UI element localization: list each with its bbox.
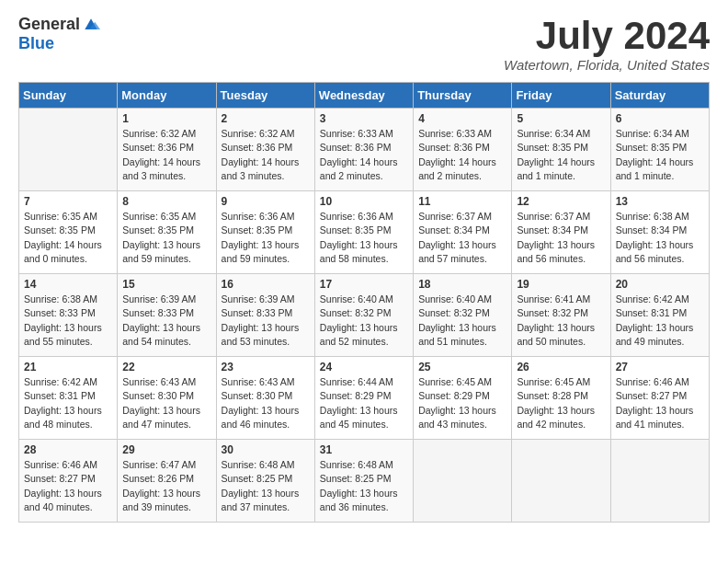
- calendar-cell: 11Sunrise: 6:37 AM Sunset: 8:34 PM Dayli…: [414, 191, 512, 274]
- day-number: 12: [517, 195, 605, 208]
- calendar-header-row: SundayMondayTuesdayWednesdayThursdayFrid…: [19, 83, 710, 109]
- calendar-week-row: 21Sunrise: 6:42 AM Sunset: 8:31 PM Dayli…: [19, 357, 710, 440]
- location-text: Watertown, Florida, United States: [504, 57, 710, 73]
- day-number: 23: [222, 361, 310, 373]
- day-number: 22: [122, 361, 210, 373]
- day-info: Sunrise: 6:48 AM Sunset: 8:25 PM Dayligh…: [222, 458, 310, 514]
- calendar-header-thursday: Thursday: [414, 83, 512, 109]
- logo: General Blue: [18, 15, 100, 53]
- day-number: 5: [517, 112, 605, 125]
- day-info: Sunrise: 6:32 AM Sunset: 8:36 PM Dayligh…: [122, 127, 210, 183]
- calendar-table: SundayMondayTuesdayWednesdayThursdayFrid…: [18, 82, 710, 523]
- calendar-week-row: 28Sunrise: 6:46 AM Sunset: 8:27 PM Dayli…: [19, 440, 710, 523]
- calendar-cell: 15Sunrise: 6:39 AM Sunset: 8:33 PM Dayli…: [118, 274, 216, 357]
- day-number: 28: [24, 443, 112, 456]
- day-number: 13: [616, 195, 704, 208]
- calendar-cell: 25Sunrise: 6:45 AM Sunset: 8:29 PM Dayli…: [414, 357, 512, 440]
- day-number: 14: [24, 278, 112, 291]
- logo-icon: [82, 16, 100, 34]
- day-info: Sunrise: 6:41 AM Sunset: 8:32 PM Dayligh…: [517, 293, 605, 349]
- day-info: Sunrise: 6:46 AM Sunset: 8:27 PM Dayligh…: [616, 375, 704, 431]
- calendar-cell: 29Sunrise: 6:47 AM Sunset: 8:26 PM Dayli…: [118, 440, 216, 523]
- day-info: Sunrise: 6:34 AM Sunset: 8:35 PM Dayligh…: [517, 127, 605, 183]
- day-info: Sunrise: 6:45 AM Sunset: 8:29 PM Dayligh…: [418, 375, 506, 431]
- calendar-header-sunday: Sunday: [19, 83, 118, 109]
- calendar-cell: 8Sunrise: 6:35 AM Sunset: 8:35 PM Daylig…: [118, 191, 216, 274]
- calendar-cell: 14Sunrise: 6:38 AM Sunset: 8:33 PM Dayli…: [19, 274, 118, 357]
- calendar-week-row: 1Sunrise: 6:32 AM Sunset: 8:36 PM Daylig…: [19, 109, 710, 191]
- day-number: 2: [222, 112, 310, 125]
- day-info: Sunrise: 6:33 AM Sunset: 8:36 PM Dayligh…: [320, 127, 408, 183]
- calendar-cell: 20Sunrise: 6:42 AM Sunset: 8:31 PM Dayli…: [610, 274, 709, 357]
- day-info: Sunrise: 6:43 AM Sunset: 8:30 PM Dayligh…: [122, 375, 210, 431]
- day-number: 18: [418, 278, 506, 291]
- calendar-cell: 12Sunrise: 6:37 AM Sunset: 8:34 PM Dayli…: [512, 191, 610, 274]
- day-info: Sunrise: 6:43 AM Sunset: 8:30 PM Dayligh…: [222, 375, 310, 431]
- day-info: Sunrise: 6:33 AM Sunset: 8:36 PM Dayligh…: [418, 127, 506, 183]
- day-info: Sunrise: 6:46 AM Sunset: 8:27 PM Dayligh…: [24, 458, 112, 514]
- day-number: 7: [24, 195, 112, 208]
- calendar-week-row: 7Sunrise: 6:35 AM Sunset: 8:35 PM Daylig…: [19, 191, 710, 274]
- day-number: 16: [222, 278, 310, 291]
- day-number: 11: [418, 195, 506, 208]
- day-info: Sunrise: 6:48 AM Sunset: 8:25 PM Dayligh…: [320, 458, 408, 514]
- calendar-cell: 3Sunrise: 6:33 AM Sunset: 8:36 PM Daylig…: [314, 109, 413, 191]
- calendar-header-tuesday: Tuesday: [216, 83, 314, 109]
- day-number: 24: [320, 361, 408, 373]
- day-number: 8: [122, 195, 210, 208]
- calendar-cell: 19Sunrise: 6:41 AM Sunset: 8:32 PM Dayli…: [512, 274, 610, 357]
- day-number: 6: [616, 112, 704, 125]
- day-info: Sunrise: 6:36 AM Sunset: 8:35 PM Dayligh…: [222, 210, 310, 266]
- calendar-header-friday: Friday: [512, 83, 610, 109]
- calendar-cell: 23Sunrise: 6:43 AM Sunset: 8:30 PM Dayli…: [216, 357, 314, 440]
- calendar-cell: 13Sunrise: 6:38 AM Sunset: 8:34 PM Dayli…: [610, 191, 709, 274]
- day-info: Sunrise: 6:37 AM Sunset: 8:34 PM Dayligh…: [517, 210, 605, 266]
- calendar-cell: 5Sunrise: 6:34 AM Sunset: 8:35 PM Daylig…: [512, 109, 610, 191]
- day-info: Sunrise: 6:40 AM Sunset: 8:32 PM Dayligh…: [418, 293, 506, 349]
- day-number: 31: [320, 443, 408, 456]
- day-number: 30: [222, 443, 310, 456]
- day-number: 19: [517, 278, 605, 291]
- calendar-cell: [512, 440, 610, 523]
- calendar-cell: 2Sunrise: 6:32 AM Sunset: 8:36 PM Daylig…: [216, 109, 314, 191]
- day-info: Sunrise: 6:44 AM Sunset: 8:29 PM Dayligh…: [320, 375, 408, 431]
- logo-blue-text: Blue: [18, 34, 54, 53]
- calendar-cell: 4Sunrise: 6:33 AM Sunset: 8:36 PM Daylig…: [414, 109, 512, 191]
- day-info: Sunrise: 6:38 AM Sunset: 8:34 PM Dayligh…: [616, 210, 704, 266]
- day-number: 1: [122, 112, 210, 125]
- day-info: Sunrise: 6:39 AM Sunset: 8:33 PM Dayligh…: [222, 293, 310, 349]
- calendar-cell: 28Sunrise: 6:46 AM Sunset: 8:27 PM Dayli…: [19, 440, 118, 523]
- day-info: Sunrise: 6:36 AM Sunset: 8:35 PM Dayligh…: [320, 210, 408, 266]
- day-number: 15: [122, 278, 210, 291]
- calendar-cell: [414, 440, 512, 523]
- calendar-cell: 1Sunrise: 6:32 AM Sunset: 8:36 PM Daylig…: [118, 109, 216, 191]
- day-number: 10: [320, 195, 408, 208]
- day-info: Sunrise: 6:47 AM Sunset: 8:26 PM Dayligh…: [122, 458, 210, 514]
- calendar-cell: 6Sunrise: 6:34 AM Sunset: 8:35 PM Daylig…: [610, 109, 709, 191]
- day-info: Sunrise: 6:42 AM Sunset: 8:31 PM Dayligh…: [24, 375, 112, 431]
- calendar-cell: [19, 109, 118, 191]
- calendar-cell: 21Sunrise: 6:42 AM Sunset: 8:31 PM Dayli…: [19, 357, 118, 440]
- logo-general-text: General: [18, 15, 80, 34]
- day-info: Sunrise: 6:38 AM Sunset: 8:33 PM Dayligh…: [24, 293, 112, 349]
- day-number: 20: [616, 278, 704, 291]
- day-info: Sunrise: 6:34 AM Sunset: 8:35 PM Dayligh…: [616, 127, 704, 183]
- day-number: 29: [122, 443, 210, 456]
- calendar-cell: 31Sunrise: 6:48 AM Sunset: 8:25 PM Dayli…: [314, 440, 413, 523]
- day-number: 9: [222, 195, 310, 208]
- page-header: General Blue July 2024 Watertown, Florid…: [18, 15, 710, 73]
- month-title: July 2024: [504, 15, 710, 57]
- day-number: 21: [24, 361, 112, 373]
- day-info: Sunrise: 6:32 AM Sunset: 8:36 PM Dayligh…: [222, 127, 310, 183]
- calendar-header-monday: Monday: [118, 83, 216, 109]
- day-number: 4: [418, 112, 506, 125]
- day-number: 3: [320, 112, 408, 125]
- day-number: 27: [616, 361, 704, 373]
- calendar-cell: 9Sunrise: 6:36 AM Sunset: 8:35 PM Daylig…: [216, 191, 314, 274]
- calendar-cell: 17Sunrise: 6:40 AM Sunset: 8:32 PM Dayli…: [314, 274, 413, 357]
- calendar-cell: 7Sunrise: 6:35 AM Sunset: 8:35 PM Daylig…: [19, 191, 118, 274]
- calendar-header-saturday: Saturday: [610, 83, 709, 109]
- day-info: Sunrise: 6:35 AM Sunset: 8:35 PM Dayligh…: [24, 210, 112, 266]
- calendar-cell: 24Sunrise: 6:44 AM Sunset: 8:29 PM Dayli…: [314, 357, 413, 440]
- calendar-cell: 22Sunrise: 6:43 AM Sunset: 8:30 PM Dayli…: [118, 357, 216, 440]
